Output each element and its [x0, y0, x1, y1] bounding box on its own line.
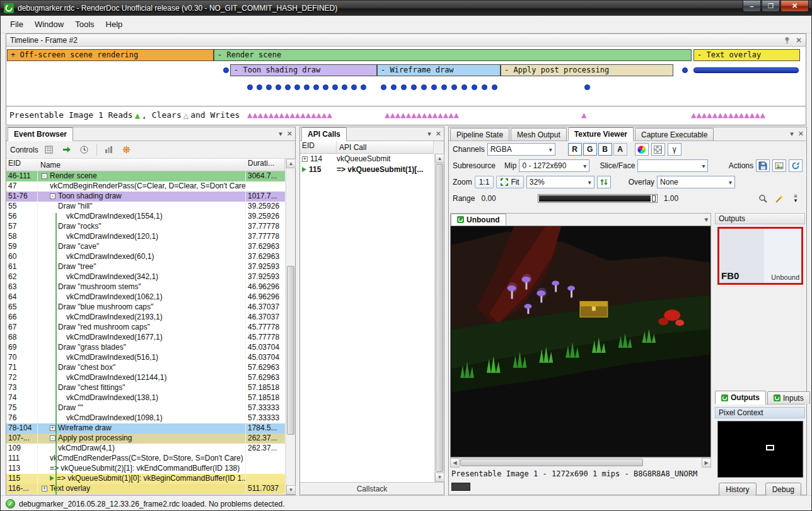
column-header-duration[interactable]: Durati...: [246, 159, 285, 171]
timeline-marker-dot[interactable]: [342, 84, 347, 90]
table-row[interactable]: 72vkCmdDrawIndexed(12144,1)57.62963: [6, 373, 285, 383]
tab-api-calls[interactable]: API Calls: [301, 127, 347, 141]
range-min-value[interactable]: 0.00: [481, 194, 496, 203]
overlay-dropdown[interactable]: None: [657, 176, 735, 188]
table-row[interactable]: 76vkCmdDrawIndexed(1098,1)57.33333: [6, 413, 285, 423]
timeline-marker-dot[interactable]: [472, 84, 477, 90]
table-row[interactable]: 74vkCmdDrawIndexed(138,1)57.18518: [6, 393, 285, 403]
channel-r-button[interactable]: R: [568, 143, 582, 156]
column-header-name[interactable]: Name: [38, 159, 246, 171]
timeline-marker-dot[interactable]: [313, 84, 319, 90]
mip-dropdown[interactable]: 0 - 1272x690: [519, 159, 589, 172]
zoom-level-dropdown[interactable]: 32%: [526, 176, 594, 188]
timeline-bar-render-scene[interactable]: - Render scene: [214, 49, 692, 61]
texture-image-view[interactable]: [450, 226, 711, 457]
panel-close-icon[interactable]: [436, 130, 441, 138]
table-row[interactable]: 67Draw "red mushroom caps"45.77778: [6, 323, 285, 333]
column-header-eid[interactable]: EID: [6, 159, 38, 171]
timeline-marker-dot[interactable]: [257, 84, 262, 90]
timeline-marker-dot[interactable]: [266, 84, 272, 90]
refresh-button[interactable]: [789, 159, 803, 172]
framebuffer-thumbnail[interactable]: FB0 Unbound: [717, 227, 803, 285]
timeline-marker-dot[interactable]: [492, 84, 497, 90]
range-slider[interactable]: [538, 194, 658, 203]
tree-expander-icon[interactable]: +: [50, 425, 55, 431]
tree-expander-icon[interactable]: +: [42, 486, 47, 491]
fit-button[interactable]: Fit: [496, 176, 523, 188]
table-row[interactable]: 65Draw "blue mushroom caps"46.37037: [6, 302, 285, 313]
side-tab-outputs[interactable]: Outputs: [715, 391, 766, 405]
jump-to-event-button[interactable]: [60, 143, 74, 157]
timeline-close-icon[interactable]: [796, 36, 802, 45]
timeline-marker-dot[interactable]: [381, 84, 386, 90]
maximize-button[interactable]: [762, 1, 780, 12]
texture-tab-unbound[interactable]: Unbound: [451, 214, 506, 226]
api-calls-scrollbar[interactable]: ▲ ▼: [434, 154, 444, 482]
table-row[interactable]: 113=> vkQueueSubmit(2)[1]: vkEndCommandB…: [6, 464, 285, 474]
panel-menu-icon[interactable]: [279, 130, 282, 138]
timeline-marker-dot[interactable]: [304, 84, 310, 90]
range-options-button[interactable]: ≡▾: [789, 192, 803, 205]
table-row[interactable]: 58vkCmdDrawIndexed(120,1)37.77778: [6, 232, 285, 242]
table-row[interactable]: 71Draw "chest box"57.62963: [6, 363, 285, 373]
gamma-button[interactable]: γ: [668, 143, 682, 156]
column-header-api-call[interactable]: API Call: [337, 141, 434, 153]
flush-marker-group[interactable]: ▲▲▲▲▲▲▲▲▲▲▲▲▲▲: [385, 109, 459, 120]
open-texture-list-button[interactable]: [772, 159, 786, 172]
timeline-marker-dot[interactable]: [461, 84, 467, 90]
channel-b-button[interactable]: B: [598, 143, 612, 156]
tab-event-browser[interactable]: Event Browser: [8, 127, 73, 141]
menu-item-window[interactable]: Window: [29, 17, 69, 32]
timeline-marker-dot[interactable]: [441, 84, 447, 90]
timeline-marker-dot[interactable]: [332, 84, 338, 90]
minimize-button[interactable]: [743, 1, 761, 12]
channel-a-button[interactable]: A: [613, 143, 627, 156]
zoom-range-button[interactable]: [756, 192, 770, 205]
table-row[interactable]: 60vkCmdDrawIndexed(60,1)37.62963: [6, 252, 285, 262]
menu-item-tools[interactable]: Tools: [69, 17, 100, 32]
timeline-marker-dot[interactable]: [482, 84, 487, 90]
channels-dropdown[interactable]: RGBA: [487, 143, 555, 156]
tab-mesh-output[interactable]: Mesh Output: [511, 128, 567, 141]
tab-capture-executable[interactable]: Capture Executable: [635, 128, 714, 141]
table-row[interactable]: 57Draw "rocks"37.77778: [6, 222, 285, 232]
table-row[interactable]: 56vkCmdDrawIndexed(1554,1)39.25926: [6, 212, 285, 222]
panel-menu-icon[interactable]: [427, 130, 431, 138]
table-row[interactable]: 75Draw ""57.33333: [6, 403, 285, 413]
menu-item-help[interactable]: Help: [100, 17, 129, 32]
timeline-bar-wireframe[interactable]: - Wireframe draw: [377, 64, 501, 76]
table-row[interactable]: 116-...+Text overlay511.7037: [6, 484, 285, 494]
flush-marker-group[interactable]: ▲▲▲▲▲▲▲▲▲▲▲▲▲▲▲▲: [247, 109, 332, 120]
table-row[interactable]: 73Draw "chest fittings"57.18518: [6, 383, 285, 393]
pin-icon[interactable]: [784, 37, 791, 44]
table-row[interactable]: +114vkQueueSubmit: [300, 154, 434, 164]
background-checker-button[interactable]: [651, 143, 665, 156]
tree-expander-icon[interactable]: -: [50, 193, 55, 199]
timeline-marker-dot[interactable]: [401, 84, 407, 90]
timeline-marker-dot[interactable]: [584, 84, 590, 90]
panel-close-icon[interactable]: [798, 130, 804, 138]
debug-button[interactable]: Debug: [765, 483, 801, 496]
tree-expander-icon[interactable]: -: [42, 173, 47, 179]
texture-hscrollbar[interactable]: ◀ ▶: [450, 457, 711, 467]
timeline-marker-dot[interactable]: [361, 84, 366, 90]
callstack-section[interactable]: Callstack: [300, 482, 444, 495]
tab-texture-viewer[interactable]: Texture Viewer: [568, 127, 634, 141]
timeline-marker-dot[interactable]: [451, 84, 457, 90]
table-row[interactable]: 59Draw "cave"37.62963: [6, 242, 285, 252]
time-draws-button[interactable]: [78, 143, 91, 157]
tree-expander-icon[interactable]: +: [302, 156, 308, 162]
event-browser-scrollbar[interactable]: ▲ ▼: [286, 159, 295, 495]
table-row[interactable]: 109vkCmdDraw(4,1)262.37...: [6, 444, 285, 454]
flip-y-button[interactable]: [597, 176, 611, 188]
column-header-eid[interactable]: EID: [300, 141, 337, 153]
timeline-marker-dot[interactable]: [351, 84, 357, 90]
panel-close-icon[interactable]: [287, 130, 293, 138]
table-row[interactable]: 46-111-Render scene3064.7...: [6, 171, 285, 181]
flush-marker-group[interactable]: ▲: [581, 109, 586, 120]
table-row[interactable]: 111vkCmdEndRenderPass(C=Store, D=Store, …: [6, 454, 285, 464]
zoom-1to1-button[interactable]: 1:1: [475, 176, 494, 188]
timeline-bar-post-processing[interactable]: - Apply post processing: [501, 64, 673, 76]
table-row[interactable]: 61Draw "tree"37.92593: [6, 262, 285, 272]
table-row[interactable]: 78-104+Wireframe draw1784.5...: [6, 423, 285, 433]
